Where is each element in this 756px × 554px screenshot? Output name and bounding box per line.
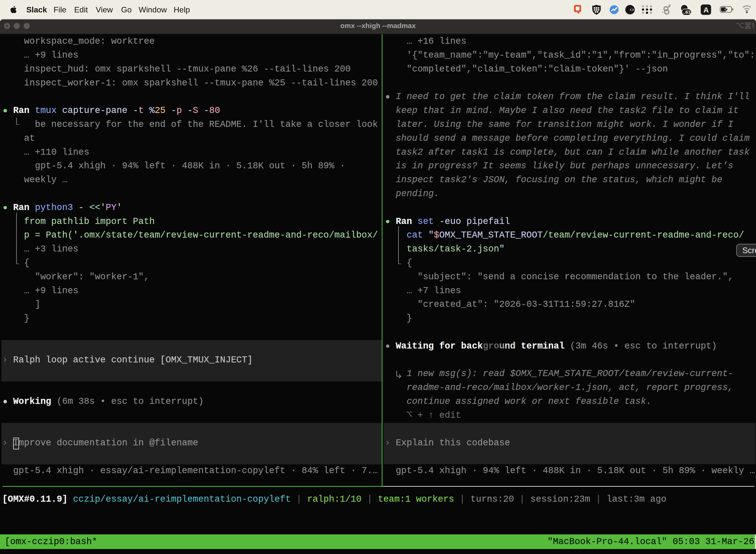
svg-text:..61: ..61 xyxy=(683,9,691,15)
svg-text:A: A xyxy=(703,6,709,14)
